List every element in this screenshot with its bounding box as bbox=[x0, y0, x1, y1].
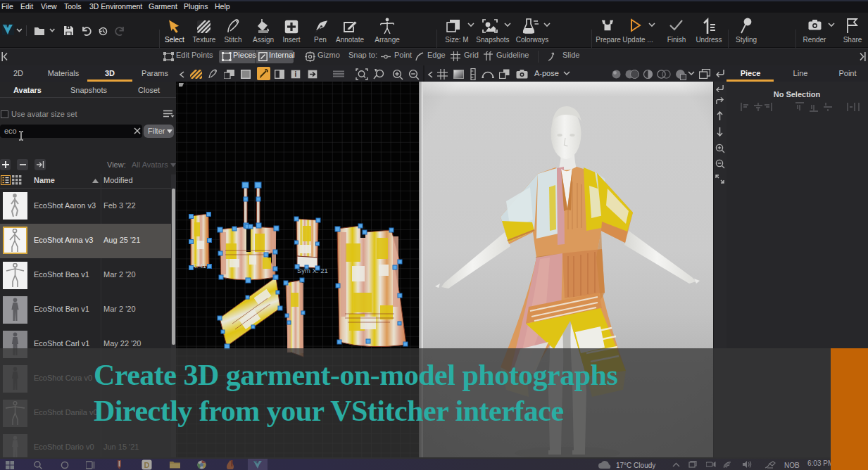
svg-text:i: i bbox=[295, 70, 297, 78]
svg-text:Sym X: 21: Sym X: 21 bbox=[297, 267, 328, 274]
svg-text:D: D bbox=[144, 461, 150, 469]
svg-text:X: 41: X: 41 bbox=[192, 262, 206, 269]
